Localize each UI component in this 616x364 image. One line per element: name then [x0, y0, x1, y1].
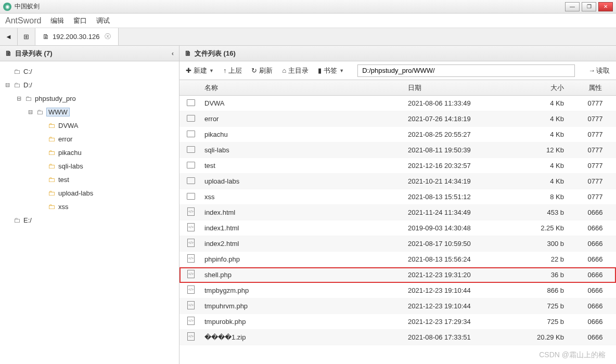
file-toolbar: ✚ 新建 ▼ ↑ 上层 ↻ 刷新 ⌂ 主目录 ▮ 书签 ▼ [179, 61, 616, 80]
tab-back-button[interactable]: ◄ [0, 28, 18, 45]
menu-edit[interactable]: 编辑 [50, 16, 64, 25]
menu-debug[interactable]: 调试 [96, 16, 110, 25]
minimize-button[interactable]: — [565, 2, 580, 11]
folder-icon: 🗀 [14, 216, 20, 224]
file-size: 2.25 Kb [512, 224, 574, 232]
folder-icon [187, 162, 195, 168]
tree-drive-e[interactable]: 🗀 E:/ [4, 213, 179, 227]
file-attr: 0777 [574, 115, 616, 123]
file-panel: 🗎 文件列表 (16) ✚ 新建 ▼ ↑ 上层 ↻ 刷新 ⌂ 主目录 ▮ [179, 46, 616, 364]
menubar: AntSword 编辑 窗口 调试 [0, 14, 616, 28]
file-name: pikachu [202, 131, 408, 138]
file-date: 2021-08-25 20:55:27 [408, 131, 512, 138]
close-button[interactable]: ✕ [598, 2, 613, 11]
app-icon: ◉ [3, 3, 11, 11]
table-row[interactable]: tmpuhrvm.php2021-12-23 19:10:44725 b0666 [179, 298, 616, 314]
file-attr: 0666 [574, 224, 616, 232]
file-icon [187, 254, 195, 263]
tab-grid-button[interactable]: ⊞ [18, 28, 35, 45]
document-icon: 🗎 [5, 49, 12, 57]
tree-drive-c[interactable]: 🗀 C:/ [4, 64, 179, 78]
col-date[interactable]: 日期 [408, 83, 512, 93]
tree-node-test[interactable]: 🗀test [4, 173, 179, 186]
menu-window[interactable]: 窗口 [73, 16, 87, 25]
file-attr: 0777 [574, 177, 616, 185]
maximize-button[interactable]: ❐ [582, 2, 596, 11]
refresh-button[interactable]: ↻ 刷新 [251, 66, 273, 75]
file-date: 2021-07-26 14:18:19 [408, 115, 512, 123]
table-row[interactable]: pikachu2021-08-25 20:55:274 Kb0777 [179, 127, 616, 142]
up-button[interactable]: ↑ 上层 [223, 66, 242, 75]
file-panel-title: 文件列表 (16) [195, 49, 236, 58]
folder-icon [187, 115, 195, 122]
file-icon [187, 317, 195, 325]
folder-icon: 🗀 [48, 135, 55, 143]
table-header: 名称 日期 大小 属性 [179, 80, 616, 96]
home-button[interactable]: ⌂ 主目录 [282, 66, 309, 75]
table-row[interactable]: sqli-labs2021-08-11 19:50:3912 Kb0777 [179, 142, 616, 158]
tree-toggle-icon[interactable]: ⊟ [16, 95, 22, 102]
folder-icon: 🗀 [36, 108, 43, 116]
folder-icon: 🗀 [14, 81, 20, 89]
col-size[interactable]: 大小 [512, 83, 574, 93]
file-icon [187, 270, 195, 278]
tab-connection[interactable]: 🗎 192.200.30.126 ⓧ [35, 28, 119, 45]
file-name: tmpurobk.php [202, 318, 408, 326]
file-size: 4 Kb [512, 131, 574, 138]
file-name: index1.html [202, 224, 408, 232]
col-name[interactable]: 名称 [202, 83, 408, 93]
file-date: 2021-08-06 17:33:51 [408, 333, 512, 341]
tree-node-sqli-labs[interactable]: 🗀sqli-labs [4, 159, 179, 173]
file-date: 2021-08-13 15:56:24 [408, 255, 512, 263]
tab-close-icon[interactable]: ⓧ [105, 32, 111, 41]
table-row[interactable]: index.html2021-11-24 11:34:49453 b0666 [179, 205, 616, 220]
file-date: 2021-12-23 19:10:44 [408, 287, 512, 294]
tree-toggle-icon[interactable]: ⊟ [4, 82, 10, 88]
table-row[interactable]: error2021-07-26 14:18:194 Kb0777 [179, 111, 616, 127]
col-attr[interactable]: 属性 [574, 83, 616, 93]
tree-node-xss[interactable]: 🗀xss [4, 200, 179, 213]
path-input[interactable] [357, 64, 575, 77]
tree-drive-d[interactable]: ⊟ 🗀 D:/ [4, 78, 179, 92]
table-row[interactable]: ����1.zip2021-08-06 17:33:5120.29 Kb0666 [179, 330, 616, 345]
folder-icon: 🗀 [48, 121, 55, 129]
file-size: 4 Kb [512, 115, 574, 123]
collapse-left-icon[interactable]: ‹ [172, 49, 174, 57]
tree-node-www[interactable]: ⊟ 🗀 WWW [4, 105, 179, 119]
file-size: 4 Kb [512, 177, 574, 185]
table-row[interactable]: xss2021-08-13 15:51:128 Kb0777 [179, 189, 616, 205]
table-row[interactable]: shell.php2021-12-23 19:31:2036 b0666 [179, 267, 616, 283]
file-size: 20.29 Kb [512, 333, 574, 341]
new-button[interactable]: ✚ 新建 ▼ [186, 66, 214, 75]
caret-down-icon: ▼ [209, 68, 214, 73]
file-attr: 0666 [574, 302, 616, 310]
file-date: 2021-11-24 11:34:49 [408, 209, 512, 216]
tree-toggle-icon[interactable]: ⊟ [27, 109, 33, 115]
table-row[interactable]: DVWA2021-08-06 11:33:494 Kb0777 [179, 96, 616, 111]
file-icon [187, 285, 195, 294]
bookmark-button[interactable]: ▮ 书签 ▼ [318, 66, 344, 75]
tree-node-phpstudy[interactable]: ⊟ 🗀 phpstudy_pro [4, 92, 179, 105]
file-name: tmpbygzm.php [202, 287, 408, 294]
tree-node-error[interactable]: 🗀error [4, 132, 179, 146]
table-row[interactable]: phpinfo.php2021-08-13 15:56:2422 b0666 [179, 252, 616, 267]
file-attr: 0666 [574, 333, 616, 341]
table-row[interactable]: index1.html2019-09-03 14:30:482.25 Kb066… [179, 220, 616, 236]
file-date: 2021-10-21 14:34:19 [408, 177, 512, 185]
table-row[interactable]: index2.html2021-08-17 10:59:50300 b0666 [179, 236, 616, 252]
tree-node-dvwa[interactable]: 🗀DVWA [4, 119, 179, 132]
file-icon [187, 223, 195, 231]
file-attr: 0777 [574, 131, 616, 138]
directory-panel-title: 目录列表 (7) [15, 49, 53, 58]
table-row[interactable]: tmpbygzm.php2021-12-23 19:10:44866 b0666 [179, 283, 616, 298]
tree-node-upload-labs[interactable]: 🗀upload-labs [4, 186, 179, 200]
file-name: shell.php [202, 271, 408, 279]
file-size: 453 b [512, 209, 574, 216]
read-button[interactable]: → 读取 [588, 66, 610, 75]
tab-label: 192.200.30.126 [53, 33, 99, 41]
table-row[interactable]: tmpurobk.php2021-12-23 17:29:34725 b0666 [179, 314, 616, 330]
table-row[interactable]: upload-labs2021-10-21 14:34:194 Kb0777 [179, 174, 616, 189]
table-row[interactable]: test2021-12-16 20:32:574 Kb0777 [179, 158, 616, 174]
file-attr: 0666 [574, 240, 616, 248]
tree-node-pikachu[interactable]: 🗀pikachu [4, 146, 179, 159]
